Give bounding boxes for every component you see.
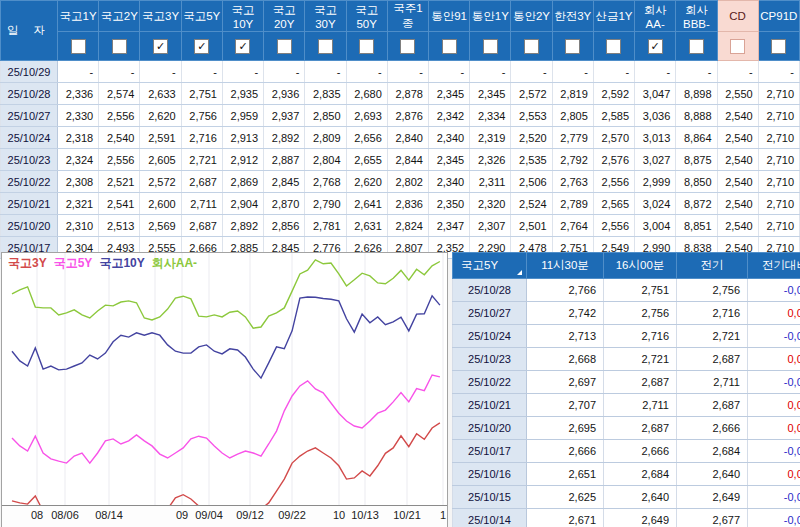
rate-cell: 2,540 (717, 193, 758, 215)
series-checkbox-한전3Y[interactable] (565, 39, 580, 54)
rate-cell: 2,655 (346, 149, 387, 171)
column-header-통안1Y[interactable]: 통안1Y (470, 1, 511, 32)
column-header-CD[interactable]: CD (717, 1, 758, 32)
value-cell: 2,649 (604, 509, 677, 527)
rate-cell: 2,844 (387, 149, 428, 171)
change-cell: -0,018 (748, 440, 800, 463)
column-header-국고5Y[interactable]: 국고5Y (181, 1, 222, 32)
rate-cell: 2,620 (346, 171, 387, 193)
series-checkbox-국고10Y[interactable]: ✓ (235, 39, 250, 54)
rates-row-25/10/23[interactable]: 25/10/232,3242,5562,6052,7212,9122,8872,… (1, 149, 800, 171)
detail-column-header-16시00분[interactable]: 16시00분 (604, 253, 677, 279)
rate-cell: - (428, 61, 469, 83)
rate-cell: 2,721 (181, 149, 222, 171)
rate-cell: - (181, 61, 222, 83)
series-checkbox-회사BBB-[interactable] (689, 39, 704, 54)
series-checkbox-국고50Y[interactable] (359, 39, 374, 54)
series-checkbox-국고30Y[interactable] (318, 39, 333, 54)
rate-cell: 2,556 (593, 171, 634, 193)
column-header-산금1Y[interactable]: 산금1Y (593, 1, 634, 32)
series-checkbox-통안1Y[interactable] (483, 39, 498, 54)
detail-column-header-전기[interactable]: 전기 (677, 253, 748, 279)
rate-cell: 2,804 (305, 149, 346, 171)
series-checkbox-국고5Y[interactable]: ✓ (194, 39, 209, 54)
detail-row-25/10/23[interactable]: 25/10/232,6682,7212,6870,034 (453, 348, 800, 371)
value-cell: 2,742 (527, 302, 604, 325)
series-checkbox-국고20Y[interactable] (277, 39, 292, 54)
rate-cell: 2,506 (511, 171, 552, 193)
column-header-통안91[interactable]: 통안91 (428, 1, 469, 32)
rates-row-25/10/22[interactable]: 25/10/222,3082,5212,5722,6872,8692,8452,… (1, 171, 800, 193)
detail-column-header-11시30분[interactable]: 11시30분 (527, 253, 604, 279)
column-header-한전3Y[interactable]: 한전3Y (552, 1, 593, 32)
rate-cell: 2,576 (593, 149, 634, 171)
rate-cell: 3,036 (635, 105, 676, 127)
date-cell: 25/10/22 (1, 171, 58, 193)
series-line-국고5Y (12, 375, 440, 463)
column-header-국고2Y[interactable]: 국고2Y (99, 1, 140, 32)
column-header-회사BBB-[interactable]: 회사BBB- (676, 1, 717, 32)
date-column-header: 일 자 (1, 1, 58, 61)
series-checkbox-CP91D[interactable] (771, 39, 786, 54)
rates-row-25/10/21[interactable]: 25/10/212,3212,5412,6002,7112,9042,8702,… (1, 193, 800, 215)
series-checkbox-통안2Y[interactable] (524, 39, 539, 54)
value-cell: 2,721 (604, 348, 677, 371)
rate-cell: 2,521 (99, 171, 140, 193)
value-cell: 2,687 (604, 371, 677, 394)
x-axis-tick-09/12: 09/12 (236, 509, 264, 521)
date-cell: 25/10/23 (1, 149, 58, 171)
column-header-국고1Y[interactable]: 국고1Y (58, 1, 99, 32)
column-header-회사AA-[interactable]: 회사AA- (635, 1, 676, 32)
detail-row-25/10/27[interactable]: 25/10/272,7422,7562,7160,040 (453, 302, 800, 325)
column-header-CP91D[interactable]: CP91D (758, 1, 799, 32)
column-header-국주1종[interactable]: 국주1종 (387, 1, 428, 32)
rate-cell: 2,936 (264, 83, 305, 105)
rates-row-25/10/27[interactable]: 25/10/272,3302,5562,6202,7562,9592,9372,… (1, 105, 800, 127)
detail-row-25/10/15[interactable]: 25/10/152,6252,6402,649-0,009 (453, 486, 800, 509)
rate-cell: 2,585 (593, 105, 634, 127)
column-header-국고3Y[interactable]: 국고3Y (140, 1, 181, 32)
series-checkbox-국고2Y[interactable] (112, 39, 127, 54)
rate-cell: 2,840 (387, 127, 428, 149)
series-checkbox-산금1Y[interactable] (606, 39, 621, 54)
series-checkbox-회사AA-[interactable]: ✓ (648, 39, 663, 54)
column-header-국고10Y[interactable]: 국고10Y (222, 1, 263, 32)
value-cell: 2,651 (527, 463, 604, 486)
change-cell: -0,005 (748, 325, 800, 348)
date-cell: 25/10/28 (453, 279, 527, 302)
rates-table-header: 일 자국고1Y국고2Y국고3Y국고5Y국고10Y국고20Y국고30Y국고50Y국… (1, 1, 800, 61)
series-checkbox-CD[interactable] (730, 39, 745, 54)
column-checkbox-cell-회사AA-: ✓ (635, 32, 676, 61)
rates-row-25/10/28[interactable]: 25/10/282,3362,5742,6332,7512,9352,9362,… (1, 83, 800, 105)
series-checkbox-국주1종[interactable] (400, 39, 415, 54)
detail-row-25/10/22[interactable]: 25/10/222,6972,6872,711-0,024 (453, 371, 800, 394)
detail-column-header-국고5Y[interactable]: 국고5Y (453, 253, 527, 279)
series-checkbox-통안91[interactable] (442, 39, 457, 54)
column-header-국고20Y[interactable]: 국고20Y (264, 1, 305, 32)
detail-row-25/10/24[interactable]: 25/10/242,7132,7162,721-0,005 (453, 325, 800, 348)
column-header-통안2Y[interactable]: 통안2Y (511, 1, 552, 32)
rate-cell: 2,318 (58, 127, 99, 149)
rates-row-25/10/20[interactable]: 25/10/202,3102,5132,5692,6872,8922,8562,… (1, 215, 800, 237)
series-checkbox-국고3Y[interactable]: ✓ (153, 39, 168, 54)
detail-row-25/10/28[interactable]: 25/10/282,7662,7512,756-0,005 (453, 279, 800, 302)
detail-row-25/10/14[interactable]: 25/10/142,6712,6492,677-0,028 (453, 509, 800, 527)
rates-row-25/10/29[interactable]: 25/10/29------------------ (1, 61, 800, 83)
change-cell: 0,034 (748, 348, 800, 371)
detail-row-25/10/21[interactable]: 25/10/212,7072,7112,6870,024 (453, 394, 800, 417)
series-checkbox-국고1Y[interactable] (71, 39, 86, 54)
rate-cell: 2,912 (222, 149, 263, 171)
detail-column-header-전기대비[interactable]: 전기대비 (748, 253, 800, 279)
x-axis-tick-09: 09 (176, 509, 188, 521)
rate-cell: 2,600 (140, 193, 181, 215)
rates-row-25/10/24[interactable]: 25/10/242,3182,5402,5912,7162,9132,8922,… (1, 127, 800, 149)
detail-row-25/10/17[interactable]: 25/10/172,6662,6662,684-0,018 (453, 440, 800, 463)
column-header-국고50Y[interactable]: 국고50Y (346, 1, 387, 32)
rate-cell: - (58, 61, 99, 83)
series-line-국고3Y (12, 423, 440, 505)
x-axis-tick-09/04: 09/04 (195, 509, 223, 521)
rate-cell: 2,321 (58, 193, 99, 215)
detail-row-25/10/20[interactable]: 25/10/202,6952,6872,6660,021 (453, 417, 800, 440)
column-header-국고30Y[interactable]: 국고30Y (305, 1, 346, 32)
detail-row-25/10/16[interactable]: 25/10/162,6512,6842,6400,044 (453, 463, 800, 486)
